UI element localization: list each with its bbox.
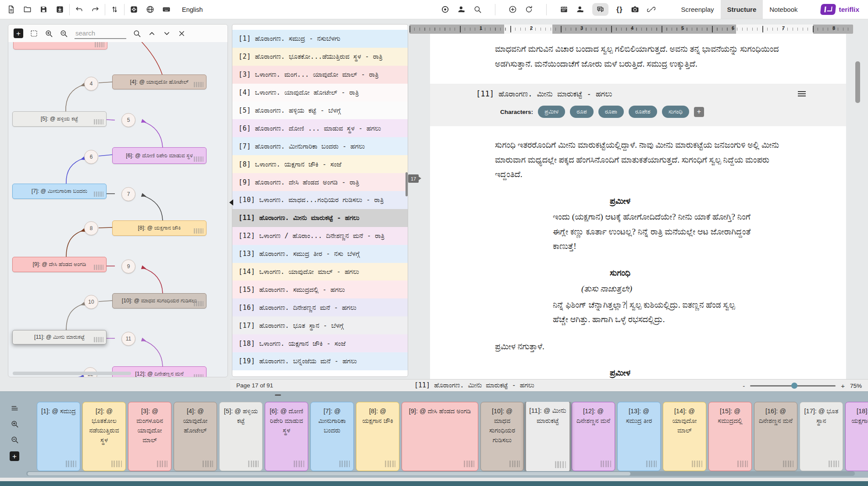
find-next-icon[interactable] — [163, 29, 171, 38]
zoom-out-button[interactable]: - — [743, 382, 745, 390]
scene-card[interactable]: [17]: @ ಭೂತ ಸ್ಥಾನ — [800, 402, 843, 471]
scene-card[interactable]: [1]: @ ಸಮುದ್ರ — [37, 402, 80, 471]
redo-icon[interactable] — [91, 5, 100, 14]
sort-scenes-icon[interactable] — [110, 5, 119, 14]
scene-list-item[interactable]: [3] ಒಳಾಂಗಣ. ಮಂಗ... ಯಾವುದೋ ಮಾಲ್ - ರಾತ್ರಿ — [232, 66, 408, 84]
scene-list-item[interactable]: [13] ಹೊರಾಂಗಣ. ಸಮುದ್ರ ತೀರ - ನಸು ಬೆಳಗ್ಗೆ — [232, 245, 408, 263]
tab-screenplay[interactable]: Screenplay — [675, 0, 721, 19]
edge-number-badge[interactable]: 4 — [84, 77, 98, 91]
scene-card[interactable]: [3]: @ ಮಂಗಳೂರಿನ ಯಾವುದೋ ಮಾಲ್ — [128, 402, 171, 471]
scene-card[interactable]: [10]: @ ಮಾಧವ ಸುಗಂಧಿಯರ ಗುಡಿಸಲು — [480, 402, 524, 471]
graph-scene-node[interactable]: [11]: @ ಮೀನು ಮಾರುಕಟ್ಟೆ — [12, 330, 107, 344]
zoom-in-icon[interactable] — [45, 29, 53, 38]
scene-list-item[interactable]: [18] ಒಳಾಂಗಣ. ಯಕ್ಷಗಾನ ಚೌಕಿ - ಸಂಜೆ — [232, 334, 408, 352]
tab-structure[interactable]: Structure — [721, 0, 763, 19]
edge-number-badge[interactable]: 7 — [121, 187, 135, 201]
comments-icon[interactable] — [592, 3, 608, 16]
character-chip[interactable]: ಸುಗಂಧಿ — [662, 106, 689, 118]
character-chip[interactable]: ರೂಪ — [570, 106, 594, 118]
tab-notebook[interactable]: Notebook — [763, 0, 804, 19]
scene-card[interactable]: [12]: @ ದಿನೇಶಣ್ಣನ ಮನೆ — [572, 402, 615, 471]
scene-card[interactable]: [14]: @ ಯಾವುದೋ ಮಾಲ್ — [663, 402, 706, 471]
scene-card[interactable]: [7]: @ ಮೀನುಗಾರಿಕಾ ಬಂದರು — [310, 402, 354, 471]
add-scene-button[interactable]: + — [10, 451, 19, 461]
graph-scene-node[interactable]: [9]: @ ದೇಸಿ ಹೆಂಡದ ಅಂಗಡಿ — [12, 257, 107, 272]
character-chip[interactable]: ಪ್ರಮೀಳ — [538, 106, 565, 118]
zoom-slider-thumb[interactable] — [791, 383, 797, 389]
scene-card[interactable]: [11]: @ ಮೀನು ಮಾರುಕಟ್ಟೆ — [525, 402, 570, 471]
scene-clapperboard-icon[interactable] — [560, 5, 568, 14]
scene-list-item[interactable]: [14] ಒಳಾಂಗಣ. ಯಾವುದೋ ಮಾಲ್ - ಹಗಲು — [232, 263, 408, 281]
refresh-icon[interactable] — [525, 5, 533, 14]
filmstrip-zoom-in-icon[interactable] — [11, 420, 19, 428]
graph-scene-node[interactable]: [8]: @ ಯಕ್ಷಗಾನ ಚೌಕಿ — [112, 220, 206, 236]
scene-list-item[interactable]: [11] ಹೊರಾಂಗಣ. ಮೀನು ಮಾರುಕಟ್ಟೆ - ಹಗಲು — [232, 209, 408, 227]
zoom-slider[interactable] — [750, 385, 836, 387]
scene-card[interactable]: [4]: @ ಯಾವುದೋ ಹೋಟೇಲ್ — [174, 402, 217, 471]
character-chip[interactable]: ರೂಪೇಶ — [629, 106, 657, 118]
open-project-icon[interactable] — [23, 5, 32, 14]
scene-list-item[interactable]: [7] ಹೊರಾಂಗಣ. ಮೀನುಗಾರಿಕಾ ಬಂದರು - ಹಗಲು — [232, 137, 408, 155]
scene-card[interactable]: [5]: @ ಹಳ್ಳಿಯ ಕಟ್ಟೆ — [219, 402, 263, 471]
scene-list-item[interactable]: [10] ಒಳಾಂಗಣ. ಮಾಧವ...ಗಂಧಿಯರ ಗುಡಿಸಲು - ರಾತ… — [232, 191, 408, 209]
close-search-icon[interactable] — [178, 29, 186, 38]
braces-icon[interactable]: {} — [616, 6, 623, 14]
character-report-icon[interactable] — [576, 5, 584, 14]
link-icon[interactable] — [647, 5, 655, 14]
scene-list-item[interactable]: [2] ಹೊರಾಂಗಣ. ಭೂತಕೋ...ಡೆಯುತ್ತಿರುವ ಸ್ಥಳ - … — [232, 48, 408, 66]
add-new-icon[interactable] — [509, 5, 517, 14]
edge-number-badge[interactable]: 10 — [84, 295, 98, 309]
scene-card[interactable]: [16]: @ ದಿನೇಶಣ್ಣನ ಮನೆ — [754, 402, 797, 471]
graph-scene-node[interactable]: [7]: @ ಮೀನುಗಾರಿಕಾ ಬಂದರು — [12, 184, 107, 199]
graph-search-icon[interactable] — [133, 29, 141, 38]
zoom-in-button[interactable]: + — [841, 382, 845, 390]
zoom-out-icon[interactable] — [60, 29, 68, 38]
collapse-list-panel-icon[interactable] — [229, 199, 233, 206]
scene-list-item[interactable]: [17] ಹೊರಾಂಗಣ. ಭೂತ ಸ್ಥಾನ - ಬೆಳಗ್ಗೆ — [232, 316, 408, 334]
scene-list-item[interactable]: [5] ಹೊರಾಂಗಣ. ಹಳ್ಳಿಯ ಕಟ್ಟೆ - ಬೆಳಗ್ಗೆ — [232, 102, 408, 120]
filmstrip-scrollbar-thumb[interactable] — [28, 472, 630, 475]
add-character-button[interactable]: + — [694, 107, 704, 117]
characters-icon[interactable] — [457, 5, 466, 14]
filmstrip-zoom-out-icon[interactable] — [11, 436, 19, 444]
edge-number-badge[interactable]: 6 — [84, 150, 98, 164]
keyboard-icon[interactable] — [162, 5, 171, 14]
scene-list-item[interactable]: [12] ಒಳಾಂಗಣ / ಹೊರಾಂ... ದಿನೇಶಣ್ಣನ ಮನೆ - ರ… — [232, 227, 408, 245]
snapshot-camera-icon[interactable] — [631, 5, 639, 14]
scene-card[interactable]: [13]: @ ಸಮುದ್ರ ತೀರ — [617, 402, 661, 471]
scene-list-item[interactable]: [6] ಹೊರಾಂಗಣ. ದೋಣಿ ... ಮಾಡುವ ಸ್ಥಳ - ಹಗಲು — [232, 119, 408, 137]
scene-list-item[interactable]: [16] ಹೊರಾಂಗಣ. ದಿನೇಶಣ್ಣನ ಮನೆ - ಹಗಲು — [232, 298, 408, 316]
scene-list-item[interactable]: [8] ಒಳಾಂಗಣ. ಯಕ್ಷಗಾನ ಚೌಕಿ - ಸಂಜೆ — [232, 155, 408, 173]
language-selector[interactable]: English — [182, 6, 203, 13]
edge-number-badge[interactable]: 5 — [121, 113, 135, 127]
marquee-select-icon[interactable] — [30, 29, 38, 38]
graph-scene-node[interactable]: [10]: @ ಮಾಧವ ಸುಗಂಧಿಯರ ಗುಡಿಸಲು — [112, 293, 206, 309]
add-node-button[interactable]: + — [14, 28, 23, 38]
graph-search-input[interactable] — [75, 28, 126, 39]
scene-card[interactable]: [8]: @ ಯಕ್ಷಗಾನ ಚೌಕಿ — [356, 402, 399, 471]
scene-card[interactable]: [6]: @ ದೋಣಿ ರಿಪೇರಿ ಮಾಡುವ ಸ್ಥಳ — [265, 402, 308, 471]
find-previous-icon[interactable] — [148, 29, 156, 38]
scene-list-scrollbar[interactable] — [406, 172, 408, 196]
search-icon[interactable] — [473, 5, 482, 14]
focus-target-icon[interactable] — [441, 5, 449, 14]
scene-list-menu-icon[interactable] — [11, 404, 19, 412]
scene-card[interactable]: [9]: @ ದೇಸಿ ಹೆಂಡದ ಅಂಗಡಿ — [402, 402, 478, 471]
scene-list-item[interactable]: [1] ಹೊರಾಂಗಣ. ಸಮುದ್ರ - ನಸುಬೆಳಗು — [232, 30, 408, 48]
language-globe-icon[interactable] — [146, 5, 154, 14]
undo-icon[interactable] — [75, 5, 83, 14]
save-icon[interactable] — [39, 5, 48, 14]
screenplay-page[interactable]: ಮಾಧವನಿಗೆ ಮಗುವಿನ ವಿಚಾರ ಬಂದಾದ ಸ್ವಲ್ಪ ಗಲಿಬಿ… — [430, 34, 846, 379]
scene-card[interactable]: [15]: @ ಸಮುದ್ರದಲ್ಲಿ — [708, 402, 752, 471]
scene-list-item[interactable]: [15] ಹೊರಾಂಗಣ. ಸಮುದ್ರದಲ್ಲಿ - ಹಗಲು — [232, 280, 408, 298]
scene-card[interactable]: [18]: @ ಯಕ್ಷಗಾನ ಚೌಕಿ — [845, 402, 868, 471]
scene-list-item[interactable]: [4] ಒಳಾಂಗಣ. ಯಾವುದೋ ಹೋಟೇಲ್ - ರಾತ್ರಿ — [232, 84, 408, 102]
character-chip[interactable]: ರೂಪಾ — [598, 106, 624, 118]
scene-menu-icon[interactable] — [798, 91, 806, 96]
edge-number-badge[interactable]: 8 — [84, 221, 98, 235]
graph-scene-node[interactable]: [4]: @ ಯಾವುದೋ ಹೋಟೇಲ್ — [112, 74, 206, 89]
document-scrollbar[interactable] — [855, 61, 860, 103]
scene-card[interactable]: [2]: @ ಭೂತಕೋಲ ನಡೆಯುತ್ತಿರುವ ಸ್ಥಳ — [82, 402, 126, 471]
panel-resize-handle[interactable] — [275, 394, 281, 396]
scene-list-item[interactable]: [9] ಹೊರಾಂಗಣ. ದೇಸಿ ಹೆಂಡದ ಅಂಗಡಿ - ರಾತ್ರಿ — [232, 173, 408, 191]
